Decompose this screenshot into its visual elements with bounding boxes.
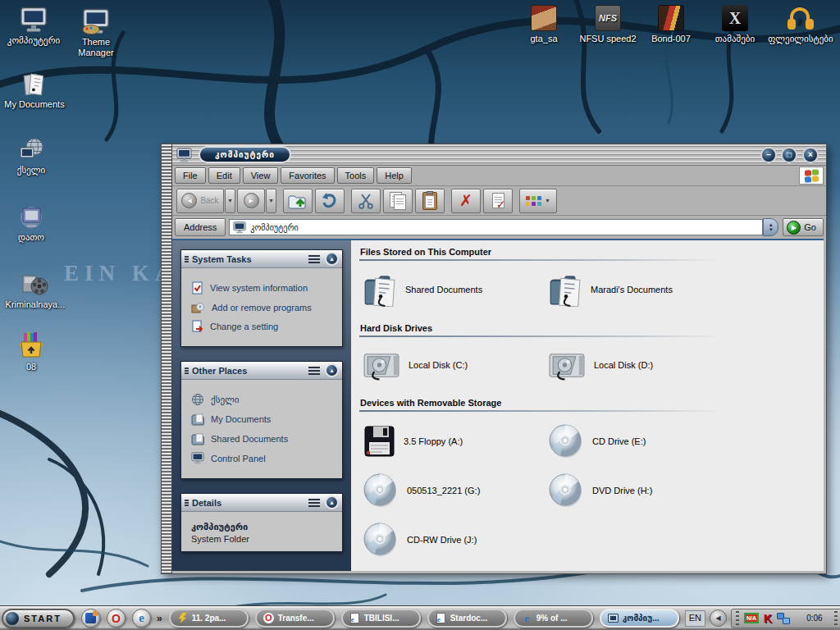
place-network[interactable]: ქსელი [191,393,337,406]
item-maradis-documents[interactable]: Maradi's Documents [548,272,730,307]
system-tasks-header[interactable]: System Tasks ▲ [181,250,342,268]
palette-icon [82,25,100,34]
taskbar-task-tbilisi[interactable]: e TBILISI... [341,609,421,628]
item-shared-documents[interactable]: Shared Documents [363,272,545,307]
panel-menu-icon [308,255,320,263]
properties-icon: ✓ [492,193,504,208]
panel-collapse-button[interactable]: ▲ [325,495,339,509]
taskbar-task-stardoc[interactable]: e Stardoc... [427,609,507,628]
views-button[interactable]: ▼ [519,189,557,213]
hard-disk-icon [363,349,400,381]
menu-edit[interactable]: Edit [208,167,240,184]
tray-collapse-button[interactable]: ◀ [710,609,727,627]
task-change-setting[interactable]: Change a setting [191,320,337,332]
quicklaunch-internet-explorer[interactable]: e [132,609,151,628]
menu-help[interactable]: Help [377,167,412,184]
place-control-panel[interactable]: Control Panel [191,452,337,464]
tray-na-icon[interactable]: N/A [744,613,759,623]
back-icon: ◀ [181,193,197,208]
back-dropdown[interactable]: ▼ [225,189,235,213]
ie-icon: e [522,613,532,623]
desktop-icon-playlists[interactable]: ♪ ფლეილისტები [761,2,840,44]
minimize-button[interactable]: – [760,147,777,163]
panel-collapse-button[interactable]: ▲ [325,252,339,266]
panel-menu-icon [308,499,320,507]
properties-button[interactable]: ✓ [483,189,513,213]
forward-dropdown[interactable]: ▼ [266,189,276,213]
desktop-icon-dato[interactable]: დათო [2,200,61,243]
item-label: Local Disk (C:) [409,360,468,370]
undo-button[interactable] [315,189,345,213]
quicklaunch-show-desktop[interactable] [81,609,100,628]
control-panel-icon [191,452,204,464]
task-button-label: კომპიუ... [623,614,660,623]
place-shared-documents[interactable]: Shared Documents [191,432,337,445]
desktop-icon-gta-sa[interactable]: gta_sa [507,2,581,44]
explorer-window: კომპიუტერი – □ × File Edit View Favorite… [161,144,827,574]
item-cd-drive-e[interactable]: CD Drive (E:) [548,423,730,459]
address-monitor-icon [233,221,246,234]
taskbar-task-download[interactable]: e 9% of ... [514,609,593,628]
desktop-icon-archive-08[interactable]: 08 [2,330,61,372]
nfs-icon: NFS [595,5,621,31]
task-button-label: 11. 2pa... [192,614,226,623]
menu-view[interactable]: View [243,167,279,184]
delete-button[interactable]: ✗ [451,189,481,213]
address-input[interactable]: კომპიუტერი [229,219,763,235]
tray-kaspersky-icon[interactable]: K [764,613,772,624]
item-dvd-drive-h[interactable]: DVD Drive (H:) [548,472,730,509]
start-button[interactable]: START [2,609,75,628]
cd-icon [548,423,584,459]
taskbar-task-winamp[interactable]: 11. 2pa... [169,609,249,628]
desktop-icon-label: 08 [2,362,61,372]
desktop-icon-label: Kriminalnaya... [0,299,71,310]
desktop-icon-my-documents[interactable]: My Documents [0,67,69,110]
panel-collapse-button[interactable]: ▲ [325,363,339,377]
globe-monitor-icon [18,138,44,162]
panel-title: System Tasks [192,254,305,264]
forward-button[interactable]: ▶ [237,189,265,213]
item-drive-g[interactable]: 050513_2221 (G:) [363,472,545,509]
place-my-documents[interactable]: My Documents [191,413,337,426]
other-places-header[interactable]: Other Places ▲ [181,362,342,380]
item-local-disk-d[interactable]: Local Disk (D:) [548,349,730,381]
address-dropdown[interactable]: ▲▼ [763,218,778,236]
quicklaunch-opera[interactable]: O [107,609,126,628]
item-cdrw-drive-j[interactable]: CD-RW Drive (J:) [363,522,545,558]
tray-network-icon[interactable] [777,613,790,624]
close-button[interactable]: × [802,147,819,163]
taskbar-task-transfer[interactable]: O Transfe... [255,609,335,628]
details-header[interactable]: Details ▲ [181,494,342,512]
menu-favorites[interactable]: Favorites [281,167,334,184]
hard-disk-icon [548,349,586,381]
up-folder-icon [288,192,308,210]
desktop-icon-network[interactable]: ქსელი [2,133,61,176]
paste-button[interactable] [415,189,445,213]
tray-clock[interactable]: 0:06 [806,614,822,623]
desktop-icon-theme-manager[interactable]: Theme Manager [64,5,128,58]
maximize-button[interactable]: □ [781,147,797,163]
menu-file[interactable]: File [175,167,206,184]
desktop-icon-label: Theme Manager [64,37,128,58]
back-button[interactable]: ◀ Back [176,189,224,213]
task-add-remove-programs[interactable]: Add or remove programs [191,301,337,313]
menu-tools[interactable]: Tools [337,167,375,184]
desktop-icon-my-computer[interactable]: კომპიუტერი [2,3,66,46]
language-indicator[interactable]: EN [685,610,705,627]
ie-icon: e [139,611,144,625]
desktop-icon-kriminalnaya[interactable]: Kriminalnaya... [0,267,71,310]
delete-icon: ✗ [459,193,472,208]
desktop-icon-bond-007[interactable]: Bond-007 [634,2,708,44]
item-floppy-a[interactable]: 3.5 Floppy (A:) [363,423,545,459]
quicklaunch-overflow-chevron[interactable]: » [157,613,162,624]
go-button[interactable]: ▶ Go [783,218,824,236]
cut-button[interactable] [351,189,381,213]
task-view-system-information[interactable]: View system information [191,281,337,294]
taskbar-task-my-computer-active[interactable]: კომპიუ... [600,609,679,628]
copy-button[interactable] [383,189,413,213]
network-icon [191,393,204,406]
monitor-icon [608,613,619,623]
titlebar[interactable]: კომპიუტერი – □ × [172,144,826,166]
item-local-disk-c[interactable]: Local Disk (C:) [363,349,545,381]
up-button[interactable] [283,189,313,213]
